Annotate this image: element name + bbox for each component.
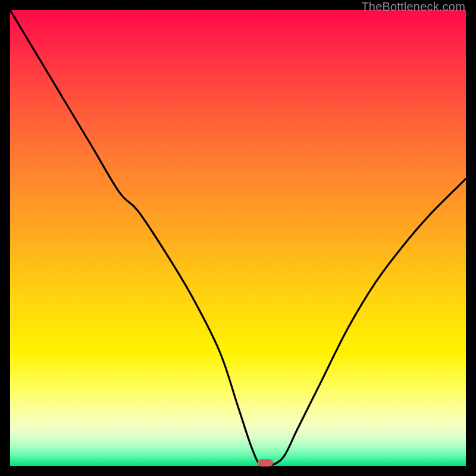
- optimal-point-marker: [258, 459, 273, 466]
- watermark-text: TheBottleneck.com: [361, 0, 465, 14]
- plot-area: [10, 10, 466, 466]
- chart-frame: TheBottleneck.com: [0, 0, 476, 476]
- bottleneck-curve: [10, 10, 466, 466]
